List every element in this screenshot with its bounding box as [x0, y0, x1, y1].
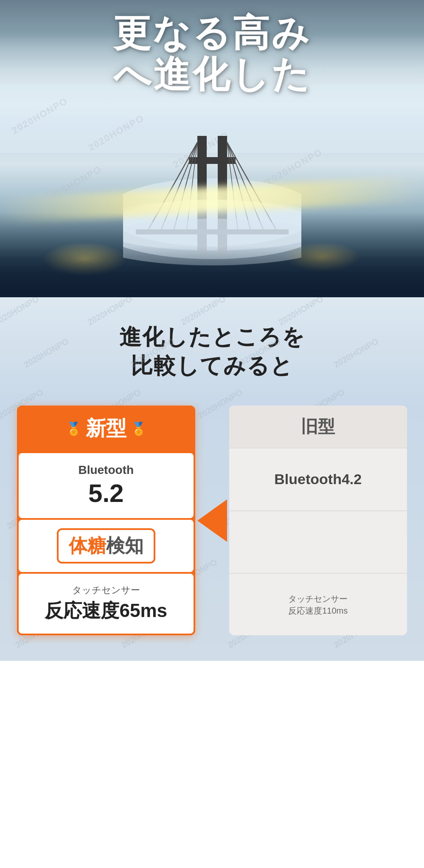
old-bluetooth-value: Bluetooth4.2	[274, 471, 362, 488]
new-model-column: 🏅 新型 🏅 Bluetooth 5.2 体糖検知 タッチセンサ	[17, 406, 195, 635]
new-touch-label: タッチセンサー	[27, 584, 185, 597]
sugar-text-1: 体糖	[69, 535, 106, 556]
hero-section: 更なる高み へ進化した 2020HONPO 2020HONPO 2020HONP…	[0, 0, 424, 297]
new-col-body: Bluetooth 5.2 体糖検知 タッチセンサー 反応速度65ms	[17, 451, 195, 635]
sugar-badge: 体糖検知	[57, 528, 155, 564]
old-bluetooth-cell: Bluetooth4.2	[229, 448, 407, 511]
comparison-section: 2020HONPO 2020HONPO 2020HONPO 2020HONPO …	[0, 297, 424, 661]
old-col-body: Bluetooth4.2 タッチセンサー反応速度110ms	[229, 448, 407, 635]
comparison-table: 🏅 新型 🏅 Bluetooth 5.2 体糖検知 タッチセンサ	[17, 406, 407, 635]
comparison-title-line2: 比較してみると	[17, 352, 407, 380]
comparison-arrow-container	[195, 406, 229, 635]
hero-title-line1: 更なる高み	[0, 13, 424, 54]
comparison-arrow	[197, 499, 227, 542]
comparison-title-line1: 進化したところを	[17, 323, 407, 352]
hero-title-line2: へ進化した	[0, 54, 424, 95]
old-touch-label: タッチセンサー反応速度110ms	[288, 593, 348, 617]
old-model-column: 旧型 Bluetooth4.2 タッチセンサー反応速度110ms	[229, 406, 407, 635]
new-bluetooth-cell: Bluetooth 5.2	[19, 453, 194, 518]
new-model-label: 新型	[86, 415, 126, 442]
new-sugar-cell: 体糖検知	[19, 520, 194, 572]
svg-rect-4	[189, 157, 236, 164]
new-touch-cell: タッチセンサー 反応速度65ms	[19, 574, 194, 634]
new-touch-value: 反応速度65ms	[27, 598, 185, 623]
old-model-header: 旧型	[229, 406, 407, 448]
old-model-label: 旧型	[301, 417, 335, 436]
hero-title: 更なる高み へ進化した	[0, 13, 424, 95]
laurel-left-icon: 🏅	[66, 421, 81, 436]
new-bluetooth-value: 5.2	[27, 479, 185, 508]
old-empty-cell	[229, 511, 407, 574]
sugar-text-2: 検知	[106, 535, 143, 556]
comparison-title: 進化したところを 比較してみると	[17, 323, 407, 380]
laurel-right-icon: 🏅	[131, 421, 146, 436]
old-touch-cell: タッチセンサー反応速度110ms	[229, 574, 407, 635]
new-model-header: 🏅 新型 🏅	[17, 406, 195, 451]
new-bluetooth-label: Bluetooth	[27, 463, 185, 477]
